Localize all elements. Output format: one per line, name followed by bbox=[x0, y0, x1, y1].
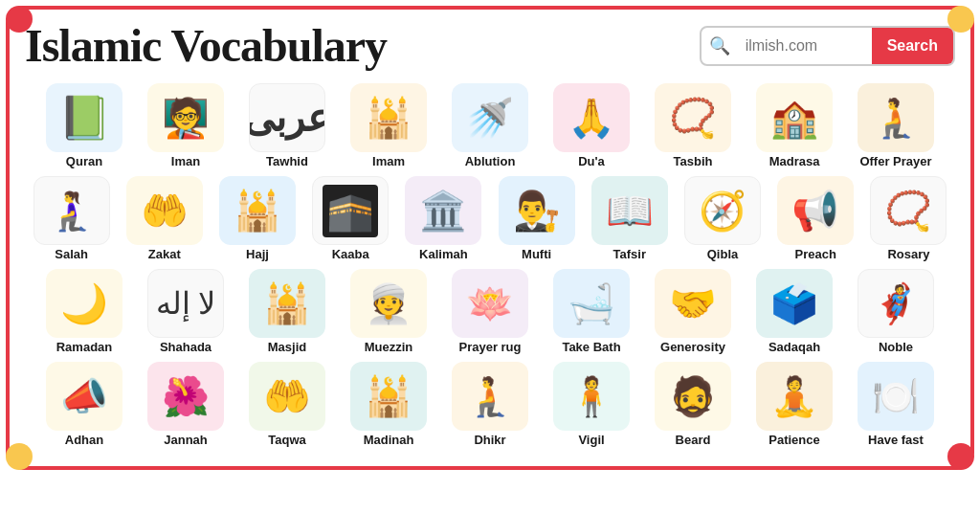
vocab-item: 🚿Ablution bbox=[439, 79, 541, 172]
vocab-item: 🧭Qibla bbox=[676, 172, 768, 265]
main-container: Islamic Vocabulary 🔍 Search 📗Quran🧑‍🏫Ima… bbox=[6, 6, 974, 470]
item-label: Madrasa bbox=[769, 154, 820, 168]
vocab-item: 🌺Jannah bbox=[135, 358, 236, 451]
item-label: Ablution bbox=[465, 154, 516, 168]
vocab-item: لا إلهShahada bbox=[135, 265, 236, 358]
icon-tasbih: 📿 bbox=[655, 83, 731, 152]
vocab-item: 🏛️Kalimah bbox=[397, 172, 490, 265]
icon-tawhid: عربی bbox=[249, 83, 325, 152]
vocab-item: 🗳️Sadaqah bbox=[744, 265, 845, 358]
vocab-item: 📣Adhan bbox=[33, 358, 135, 451]
item-label: Zakat bbox=[148, 247, 181, 261]
icon-tafsir: 📖 bbox=[591, 176, 668, 245]
icon-take-bath: 🛁 bbox=[553, 269, 630, 338]
icon-beard: 🧔 bbox=[655, 362, 731, 431]
icon-taqwa: 🤲 bbox=[249, 362, 325, 431]
icon-quran: 📗 bbox=[46, 83, 122, 152]
corner-decoration-bl bbox=[6, 443, 33, 470]
vocab-row-3: 📣Adhan🌺Jannah🤲Taqwa🕌Madinah🧎Dhikr🧍Vigil🧔… bbox=[25, 358, 955, 451]
item-label: Mufti bbox=[522, 247, 551, 261]
icon-ramadan: 🌙 bbox=[46, 269, 122, 338]
item-label: Offer Prayer bbox=[859, 154, 931, 168]
vocab-item: 📢Preach bbox=[769, 172, 862, 265]
item-label: Prayer rug bbox=[458, 340, 521, 354]
vocab-item: 🧎Offer Prayer bbox=[845, 79, 947, 172]
vocab-item: 🤝Generosity bbox=[642, 265, 744, 358]
item-label: Generosity bbox=[660, 340, 725, 354]
item-label: Jannah bbox=[164, 433, 208, 447]
item-label: Ramadan bbox=[56, 340, 113, 354]
item-label: Tawhid bbox=[266, 154, 308, 168]
item-label: Tasbih bbox=[674, 154, 713, 168]
item-label: Beard bbox=[676, 433, 711, 447]
vocab-item: 👨‍⚖️Mufti bbox=[490, 172, 583, 265]
vocab-item: 🕌Imam bbox=[338, 79, 439, 172]
vocab-item: 🧎Dhikr bbox=[439, 358, 541, 451]
vocab-item: 🧑‍🏫Iman bbox=[135, 79, 236, 172]
vocab-item: 🪷Prayer rug bbox=[439, 265, 541, 358]
icon-du-a: 🙏 bbox=[553, 83, 630, 152]
vocab-item: 📿Rosary bbox=[862, 172, 955, 265]
vocab-item: 🤲Zakat bbox=[118, 172, 211, 265]
icon-generosity: 🤝 bbox=[655, 269, 731, 338]
corner-decoration-br bbox=[947, 443, 974, 470]
icon-preach: 📢 bbox=[777, 176, 854, 245]
icon-sadaqah: 🗳️ bbox=[756, 269, 833, 338]
item-label: Quran bbox=[66, 154, 102, 168]
vocabulary-grid: 📗Quran🧑‍🏫ImanعربیTawhid🕌Imam🚿Ablution🙏Du… bbox=[25, 79, 955, 451]
item-label: Iman bbox=[171, 154, 200, 168]
vocab-row-0: 📗Quran🧑‍🏫ImanعربیTawhid🕌Imam🚿Ablution🙏Du… bbox=[25, 79, 955, 172]
vocab-row-1: 🧎‍♀️Salah🤲Zakat🕌Hajj🕋Kaaba🏛️Kalimah👨‍⚖️M… bbox=[25, 172, 955, 265]
item-label: Sadaqah bbox=[768, 340, 820, 354]
icon-iman: 🧑‍🏫 bbox=[147, 83, 224, 152]
icon-vigil: 🧍 bbox=[553, 362, 630, 431]
item-label: Have fast bbox=[868, 433, 924, 447]
vocab-item: 🧔Beard bbox=[642, 358, 744, 451]
icon-kalimah: 🏛️ bbox=[405, 176, 481, 245]
vocab-item: 🌙Ramadan bbox=[33, 265, 135, 358]
vocab-item: 🛁Take Bath bbox=[541, 265, 642, 358]
icon-madinah: 🕌 bbox=[350, 362, 427, 431]
icon-jannah: 🌺 bbox=[147, 362, 224, 431]
icon-rosary: 📿 bbox=[870, 176, 947, 245]
item-label: Qibla bbox=[707, 247, 739, 261]
vocab-item: 🧎‍♀️Salah bbox=[25, 172, 118, 265]
corner-decoration-tr bbox=[947, 6, 974, 33]
icon-ablution: 🚿 bbox=[452, 83, 528, 152]
vocab-item: 🍽️Have fast bbox=[845, 358, 947, 451]
icon-mufti: 👨‍⚖️ bbox=[499, 176, 575, 245]
item-label: Salah bbox=[55, 247, 88, 261]
search-input[interactable] bbox=[738, 37, 872, 55]
vocab-item: 🤲Taqwa bbox=[236, 358, 338, 451]
vocab-item: 🏫Madrasa bbox=[744, 79, 845, 172]
icon-hajj: 🕌 bbox=[219, 176, 296, 245]
vocab-row-2: 🌙Ramadanلا إلهShahada🕌Masjid👳Muezzin🪷Pra… bbox=[25, 265, 955, 358]
item-label: Take Bath bbox=[562, 340, 620, 354]
vocab-item: 🕌Masjid bbox=[236, 265, 338, 358]
item-label: Muezzin bbox=[365, 340, 413, 354]
icon-noble: 🦸 bbox=[858, 269, 934, 338]
item-label: Kalimah bbox=[419, 247, 468, 261]
corner-decoration-tl bbox=[6, 6, 33, 33]
item-label: Shahada bbox=[160, 340, 212, 354]
vocab-item: 👳Muezzin bbox=[338, 265, 439, 358]
icon-dhikr: 🧎 bbox=[452, 362, 528, 431]
item-label: Masjid bbox=[268, 340, 306, 354]
item-label: Patience bbox=[768, 433, 819, 447]
search-icon: 🔍 bbox=[702, 35, 738, 56]
page-title: Islamic Vocabulary bbox=[25, 19, 387, 72]
item-label: Imam bbox=[372, 154, 405, 168]
icon-have-fast: 🍽️ bbox=[858, 362, 934, 431]
item-label: Rosary bbox=[887, 247, 929, 261]
vocab-item: 🕌Hajj bbox=[211, 172, 303, 265]
item-label: Tafsir bbox=[613, 247, 646, 261]
icon-muezzin: 👳 bbox=[350, 269, 427, 338]
item-label: Madinah bbox=[364, 433, 414, 447]
icon-zakat: 🤲 bbox=[126, 176, 203, 245]
vocab-item: 🧍Vigil bbox=[541, 358, 642, 451]
search-bar: 🔍 Search bbox=[700, 26, 955, 66]
icon-adhan: 📣 bbox=[46, 362, 122, 431]
item-label: Taqwa bbox=[268, 433, 306, 447]
vocab-item: 📗Quran bbox=[33, 79, 135, 172]
search-button[interactable]: Search bbox=[872, 26, 953, 66]
